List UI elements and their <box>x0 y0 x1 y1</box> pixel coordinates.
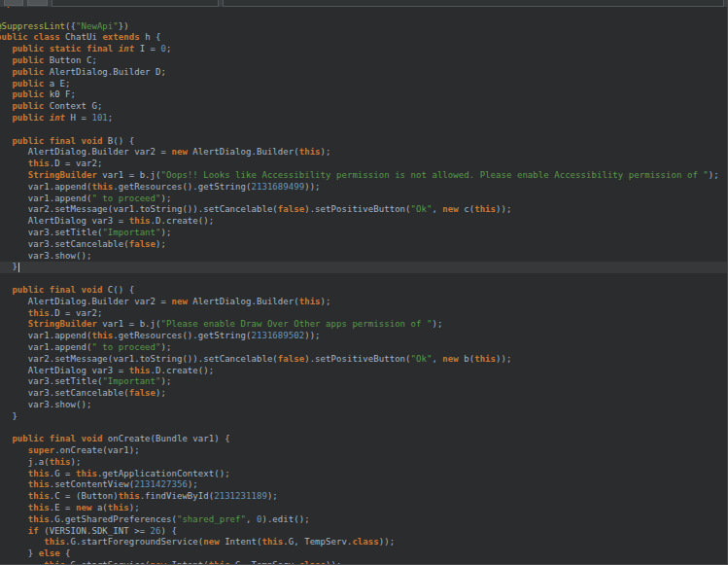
code-line: var2.setMessage(var1.toString()).setCanc… <box>0 204 728 216</box>
code-line: var3.setCancelable(false); <box>0 239 728 251</box>
code-line: public k0 F; <box>0 89 728 101</box>
code-line: public int H = 101; <box>0 113 728 124</box>
code-editor[interactable]: import b.k0;@SuppressLint({"NewApi"})pub… <box>0 0 728 565</box>
code-line: this.G.getSharedPreferences("shared_pref… <box>0 514 728 526</box>
code-line <box>0 273 728 285</box>
code-line: var3.show(); <box>0 400 728 411</box>
code-line: var1.append(" to proceed"); <box>0 342 728 354</box>
code-line: AlertDialog.Builder var2 = new AlertDial… <box>0 147 728 159</box>
code-line: this.setContentView(2131427356); <box>0 479 728 491</box>
decompiler-window: { "toolbar": { "background": "#3b3e40", … <box>0 0 728 565</box>
code-line: var1.append(" to proceed"); <box>0 194 728 205</box>
code-line <box>0 422 728 434</box>
code-line: public AlertDialog.Builder D; <box>0 67 728 79</box>
code-line: AlertDialog var3 = this.D.create(); <box>0 216 728 228</box>
code-line: var3.setTitle("Important"); <box>0 376 728 388</box>
code-line: var3.setCancelable(false); <box>0 388 728 400</box>
code-line: var1.append(this.getResources().getStrin… <box>0 182 728 194</box>
code-line: this.G.startForegroundService(new Intent… <box>0 537 728 548</box>
toolbar-field-left[interactable] <box>52 0 219 7</box>
code-line: this.D = var2; <box>0 308 728 320</box>
code-line: this.G.startService(new Intent(this.G, T… <box>0 560 728 565</box>
toolbar <box>0 0 728 7</box>
code-line: var1.append(this.getResources().getStrin… <box>0 331 728 342</box>
code-line: public Button C; <box>0 55 728 67</box>
code-line: if (VERSION.SDK_INT >= 26) { <box>0 526 728 538</box>
text-caret <box>18 263 19 272</box>
code-line: var3.setTitle("Important"); <box>0 228 728 239</box>
code-line: var3.show(); <box>0 251 728 263</box>
code-line <box>0 10 728 21</box>
code-line: public final void onCreate(Bundle var1) … <box>0 434 728 445</box>
code-line: this.D = var2; <box>0 159 728 170</box>
code-line: StringBuilder var1 = b.j("Please enable … <box>0 319 728 331</box>
code-line: public final void C() { <box>0 285 728 297</box>
code-line: super.onCreate(var1); <box>0 445 728 457</box>
code-line: AlertDialog var3 = this.D.create(); <box>0 366 728 377</box>
code-line: public final void B() { <box>0 136 728 148</box>
code-line: public static final int I = 0; <box>0 44 728 55</box>
code-line: StringBuilder var1 = b.j("Oops!! Looks l… <box>0 170 728 182</box>
toolbar-button-1[interactable] <box>4 0 23 6</box>
current-line: } <box>0 262 728 273</box>
code-line: AlertDialog.Builder var2 = new AlertDial… <box>0 297 728 308</box>
code-line: var2.setMessage(var1.toString()).setCanc… <box>0 354 728 366</box>
toolbar-button-2[interactable] <box>27 0 48 6</box>
code-line: j.a(this); <box>0 457 728 469</box>
code-line <box>0 124 728 136</box>
code-line: public a E; <box>0 79 728 90</box>
code-line: } else { <box>0 548 728 560</box>
code-line: public class ChatUi extends h { <box>0 32 728 44</box>
code-line: this.G = this.getApplicationContext(); <box>0 469 728 480</box>
code-line: } <box>0 411 728 423</box>
code-line: @SuppressLint({"NewApi"}) <box>0 21 728 33</box>
code-line: this.E = new a(this); <box>0 503 728 514</box>
code-line: this.C = (Button)this.findViewById(21312… <box>0 491 728 503</box>
toolbar-field-right[interactable] <box>223 0 724 7</box>
code-line: public Context G; <box>0 101 728 113</box>
